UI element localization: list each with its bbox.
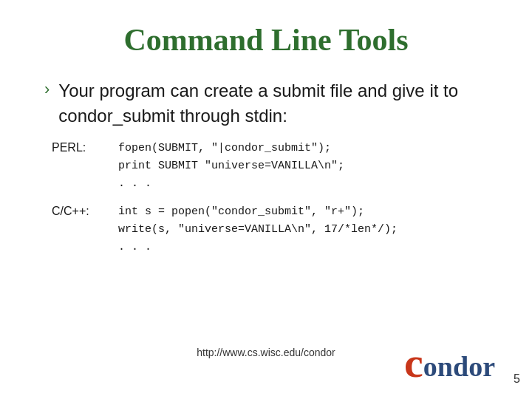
code-row-perl: PERL: fopen(SUBMIT, "|condor_submit"); p… — [52, 140, 495, 193]
bullet-section: › Your program can create a submit file … — [37, 78, 495, 128]
code-label-perl: PERL: — [52, 140, 103, 154]
code-section: PERL: fopen(SUBMIT, "|condor_submit"); p… — [37, 140, 495, 256]
slide: Command Line Tools › Your program can cr… — [0, 0, 532, 399]
condor-logo-rest: ondor — [423, 352, 495, 381]
slide-title: Command Line Tools — [37, 22, 495, 58]
code-label-cpp: C/C++: — [52, 203, 103, 218]
code-block-cpp: int s = popen("condor_submit", "r+"); wr… — [118, 203, 398, 256]
bullet-text: Your program can create a submit file an… — [58, 78, 495, 128]
code-row-cpp: C/C++: int s = popen("condor_submit", "r… — [52, 203, 495, 256]
bullet-arrow-icon: › — [44, 80, 50, 99]
slide-page-number: 5 — [514, 372, 520, 386]
condor-logo-c: c — [404, 341, 423, 384]
code-block-perl: fopen(SUBMIT, "|condor_submit"); print S… — [118, 140, 344, 193]
footer-url: http://www.cs.wisc.edu/condor — [197, 347, 335, 358]
condor-logo: c ondor — [404, 341, 495, 384]
